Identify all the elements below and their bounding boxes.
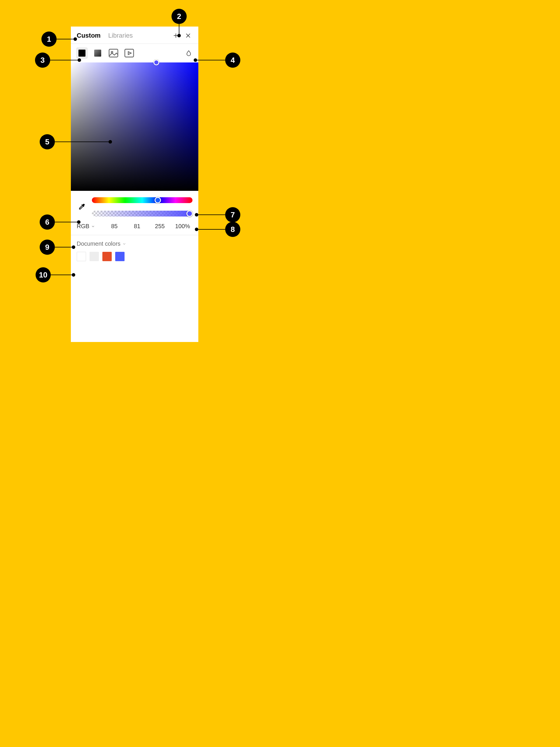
sliders-column (92, 197, 192, 216)
paint-type-image[interactable] (108, 47, 119, 59)
document-swatches-row (77, 252, 192, 261)
close-panel-button[interactable] (184, 31, 192, 40)
document-colors-dropdown[interactable]: Document colors (77, 240, 192, 247)
paint-type-solid[interactable] (76, 47, 88, 59)
value-alpha-input[interactable]: 100% (173, 223, 192, 230)
annotation-9: 9 (40, 239, 75, 255)
saturation-value-handle[interactable] (153, 59, 159, 66)
annotation-number: 5 (40, 134, 55, 149)
color-mode-label: RGB (77, 223, 89, 230)
annotation-number: 6 (40, 214, 55, 230)
doc-swatch-3[interactable] (102, 252, 112, 261)
opacity-slider-handle[interactable] (186, 210, 193, 217)
annotation-number: 1 (42, 31, 57, 47)
annotation-number: 9 (40, 239, 55, 255)
solid-fill-icon (78, 50, 85, 57)
svg-rect-6 (125, 49, 134, 57)
annotation-8: 8 (195, 222, 240, 237)
annotation-number: 8 (225, 222, 240, 237)
value-b-input[interactable]: 255 (150, 223, 170, 230)
blend-mode-button[interactable] (184, 49, 193, 57)
value-r-input[interactable]: 85 (104, 223, 124, 230)
eyedropper-icon (78, 203, 85, 211)
close-icon (185, 32, 191, 39)
doc-swatch-1[interactable] (77, 252, 86, 261)
annotation-number: 2 (171, 9, 187, 24)
paint-type-gradient[interactable] (92, 47, 104, 59)
annotation-2: 2 (171, 9, 187, 24)
droplet-icon (186, 50, 192, 56)
eyedropper-button[interactable] (77, 202, 87, 212)
color-mode-select[interactable]: RGB (77, 223, 95, 230)
tab-custom[interactable]: Custom (77, 32, 101, 40)
hue-slider-handle[interactable] (155, 197, 161, 203)
saturation-value-area[interactable] (71, 62, 198, 191)
annotation-2-line (179, 24, 179, 34)
video-fill-icon (123, 47, 135, 59)
chevron-down-icon (91, 224, 95, 229)
annotation-number: 3 (35, 53, 50, 68)
doc-swatch-4[interactable] (115, 252, 125, 261)
paint-type-row (71, 44, 198, 62)
doc-swatch-2[interactable] (89, 252, 99, 261)
annotation-2-dot (177, 34, 181, 37)
color-values-row: RGB 85 81 255 100% (71, 220, 198, 235)
annotation-number: 10 (35, 267, 51, 282)
image-fill-icon (108, 47, 119, 59)
opacity-slider[interactable] (92, 211, 192, 216)
gradient-fill-icon (94, 50, 101, 57)
annotation-7: 7 (195, 207, 240, 222)
chevron-down-icon (122, 242, 126, 246)
annotation-10: 10 (35, 267, 75, 282)
annotation-number: 4 (225, 53, 240, 68)
tab-libraries[interactable]: Libraries (108, 32, 133, 40)
document-colors-section: Document colors (71, 235, 198, 266)
value-g-input[interactable]: 81 (127, 223, 147, 230)
document-colors-label: Document colors (77, 240, 121, 247)
paint-type-video[interactable] (123, 47, 135, 59)
hue-slider[interactable] (92, 197, 192, 203)
sliders-section (71, 191, 198, 220)
annotation-number: 7 (225, 207, 240, 222)
color-picker-panel: Custom Libraries (71, 27, 198, 342)
annotation-4: 4 (194, 53, 240, 68)
